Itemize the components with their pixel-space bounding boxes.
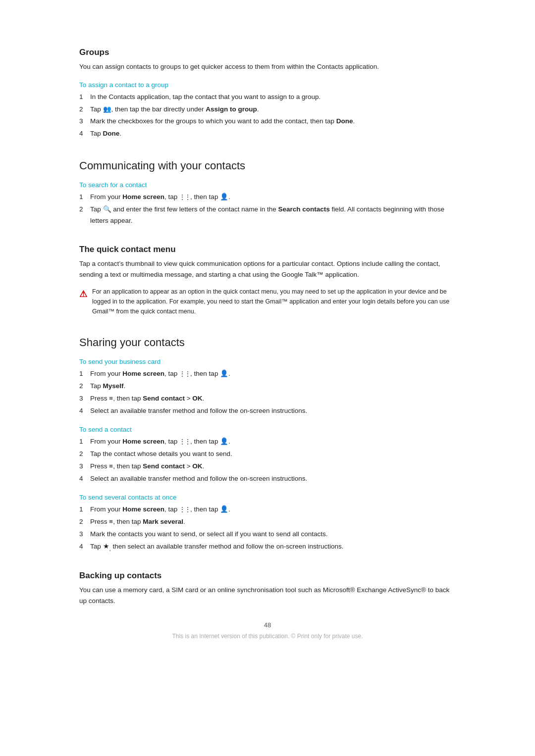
send-contact-steps: 1From your Home screen, tap ⋮⋮, then tap… xyxy=(79,436,456,485)
quick-contact-title: The quick contact menu xyxy=(79,245,456,254)
step-item: 3Mark the checkboxes for the groups to w… xyxy=(79,116,456,127)
send-business-card-label: To send your business card xyxy=(79,358,456,365)
communicating-title: Communicating with your contacts xyxy=(79,159,456,172)
section-backup: Backing up contacts You can use a memory… xyxy=(79,571,456,606)
quick-contact-note: ⚠ For an application to appear as an opt… xyxy=(79,287,456,316)
backup-title: Backing up contacts xyxy=(79,571,456,581)
sharing-title: Sharing your contacts xyxy=(79,336,456,349)
contacts-icon: 👤 xyxy=(220,438,228,445)
step-item: 4Select an available transfer method and… xyxy=(79,473,456,485)
step-item: 2Tap 🔍 and enter the first few letters o… xyxy=(79,204,456,227)
step-item: 1From your Home screen, tap ⋮⋮, then tap… xyxy=(79,436,456,448)
send-several-contacts-label: To send several contacts at once xyxy=(79,494,456,501)
search-contact-steps: 1From your Home screen, tap ⋮⋮, then tap… xyxy=(79,192,456,227)
grid-icon: ⋮⋮ xyxy=(179,506,190,513)
groups-title: Groups xyxy=(79,48,456,57)
contacts-icon: 👤 xyxy=(220,505,228,513)
step-item: 4Select an available transfer method and… xyxy=(79,405,456,417)
send-business-card-steps: 1From your Home screen, tap ⋮⋮, then tap… xyxy=(79,368,456,417)
menu-icon: ≡ xyxy=(109,462,113,470)
step-item: 1In the Contacts application, tap the co… xyxy=(79,92,456,103)
assign-contact-label: To assign a contact to a group xyxy=(79,81,456,89)
search-icon: 🔍 xyxy=(103,205,111,213)
contacts-icon: 👤 xyxy=(220,370,228,377)
groups-intro: You can assign contacts to groups to get… xyxy=(79,61,456,72)
grid-icon: ⋮⋮ xyxy=(179,438,190,445)
step-item: 1From your Home screen, tap ⋮⋮, then tap… xyxy=(79,504,456,515)
assign-contact-steps: 1In the Contacts application, tap the co… xyxy=(79,92,456,140)
backup-intro: You can use a memory card, a SIM card or… xyxy=(79,585,456,606)
step-item: 3Press ≡, then tap Send contact > OK. xyxy=(79,393,456,404)
menu-icon: ≡ xyxy=(109,395,113,402)
step-item: 2Tap Myself. xyxy=(79,381,456,392)
share-icon: ★ xyxy=(103,543,109,550)
person-add-icon: 👥 xyxy=(103,105,111,113)
note-text: For an application to appear as an optio… xyxy=(92,287,456,316)
step-item: 4Tap Done. xyxy=(79,128,456,140)
send-several-contacts-steps: 1From your Home screen, tap ⋮⋮, then tap… xyxy=(79,504,456,554)
grid-icon: ⋮⋮ xyxy=(179,194,190,201)
section-sharing: Sharing your contacts To send your busin… xyxy=(79,336,456,553)
menu-icon: ≡ xyxy=(109,518,113,525)
page-number: 48 xyxy=(79,621,456,629)
grid-icon: ⋮⋮ xyxy=(179,370,190,377)
section-communicating: Communicating with your contacts To sear… xyxy=(79,159,456,227)
contacts-icon: 👤 xyxy=(220,193,228,201)
search-contact-label: To search for a contact xyxy=(79,181,456,189)
step-item: 2Tap the contact whose details you want … xyxy=(79,449,456,460)
step-item: 4Tap ★, then select an available transfe… xyxy=(79,541,456,554)
step-item: 3Mark the contacts you want to send, or … xyxy=(79,529,456,540)
step-item: 1From your Home screen, tap ⋮⋮, then tap… xyxy=(79,192,456,203)
quick-contact-intro: Tap a contact’s thumbnail to view quick … xyxy=(79,258,456,280)
section-quick-contact: The quick contact menu Tap a contact’s t… xyxy=(79,245,456,316)
step-item: 2Press ≡, then tap Mark several. xyxy=(79,516,456,528)
step-item: 2Tap 👥, then tap the bar directly under … xyxy=(79,104,456,115)
footer-legal: This is an Internet version of this publ… xyxy=(79,633,456,640)
page-content: Groups You can assign contacts to groups… xyxy=(79,0,456,679)
send-contact-label: To send a contact xyxy=(79,426,456,433)
section-groups: Groups You can assign contacts to groups… xyxy=(79,48,456,140)
step-item: 3Press ≡, then tap Send contact > OK. xyxy=(79,461,456,472)
warning-icon: ⚠ xyxy=(79,287,87,316)
step-item: 1From your Home screen, tap ⋮⋮, then tap… xyxy=(79,368,456,380)
